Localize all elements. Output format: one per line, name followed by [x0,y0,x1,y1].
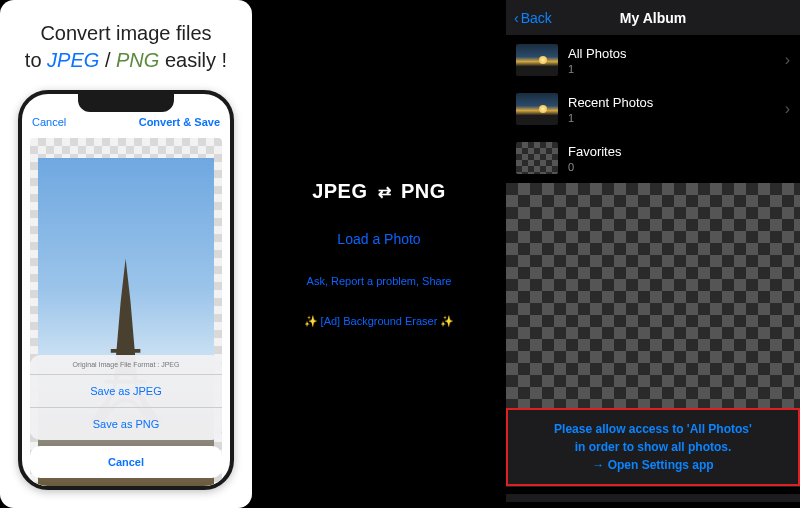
sheet-caption: Original Image File Format : JPEG [30,355,222,375]
album-panel: ‹ Back My Album All Photos 1 › Recent Ph… [506,0,800,508]
album-thumbnail [516,93,558,125]
banner-line-1: Please allow access to 'All Photos' [514,420,792,438]
sheet-cancel-button[interactable]: Cancel [30,446,222,478]
bottom-bar [506,486,800,508]
page-title: My Album [620,10,686,26]
album-text: Recent Photos 1 [568,95,775,124]
album-count: 1 [568,63,775,75]
chevron-right-icon: › [785,51,790,69]
home-panel: JPEG ⇄ PNG Load a Photo Ask, Report a pr… [252,0,506,508]
album-name: All Photos [568,46,775,61]
chevron-left-icon: ‹ [514,10,519,26]
album-count: 0 [568,161,790,173]
nav-convert-button[interactable]: Convert & Save [139,116,220,128]
phone-screen: Cancel Convert & Save Original Image Fil… [22,94,230,486]
album-row-recent-photos[interactable]: Recent Photos 1 › [506,85,800,134]
album-navbar: ‹ Back My Album [506,0,800,36]
album-text: Favorites 0 [568,144,790,173]
album-row-favorites[interactable]: Favorites 0 [506,134,800,183]
phone-mockup: Cancel Convert & Save Original Image Fil… [18,90,234,490]
album-list: All Photos 1 › Recent Photos 1 › Favorit… [506,36,800,183]
swap-icon: ⇄ [378,184,392,200]
empty-grid [506,183,800,408]
nav-cancel-button[interactable]: Cancel [32,116,66,128]
album-name: Favorites [568,144,790,159]
headline-text: Convert image files [40,22,211,44]
album-text: All Photos 1 [568,46,775,75]
headline-png: PNG [116,49,159,71]
back-label: Back [521,10,552,26]
album-thumbnail [516,44,558,76]
phone-notch [78,94,174,112]
action-sheet: Original Image File Format : JPEG Save a… [30,355,222,478]
save-as-jpeg-button[interactable]: Save as JPEG [30,375,222,408]
headline-to: to [25,49,42,71]
headline: Convert image files to JPEG / PNG easily… [25,20,227,74]
bottom-bar-inner [506,494,800,502]
load-photo-button[interactable]: Load a Photo [337,231,420,247]
ad-background-eraser-link[interactable]: ✨ [Ad] Background Eraser ✨ [304,315,455,328]
promo-panel: Convert image files to JPEG / PNG easily… [0,0,252,508]
headline-jpeg: JPEG [47,49,99,71]
permission-banner[interactable]: Please allow access to 'All Photos' in o… [506,408,800,486]
ask-report-share-link[interactable]: Ask, Report a problem, Share [307,275,452,287]
album-thumbnail-empty [516,142,558,174]
headline-sep: / [105,49,111,71]
action-sheet-options: Original Image File Format : JPEG Save a… [30,355,222,440]
headline-post: easily ! [165,49,227,71]
save-as-png-button[interactable]: Save as PNG [30,408,222,440]
banner-line-3: → Open Settings app [514,456,792,474]
album-count: 1 [568,112,775,124]
app-title: JPEG ⇄ PNG [312,180,446,203]
back-button[interactable]: ‹ Back [514,10,552,26]
title-jpeg: JPEG [312,180,367,203]
title-png: PNG [401,180,446,203]
chevron-right-icon: › [785,100,790,118]
album-row-all-photos[interactable]: All Photos 1 › [506,36,800,85]
album-name: Recent Photos [568,95,775,110]
banner-line-2: in order to show all photos. [514,438,792,456]
